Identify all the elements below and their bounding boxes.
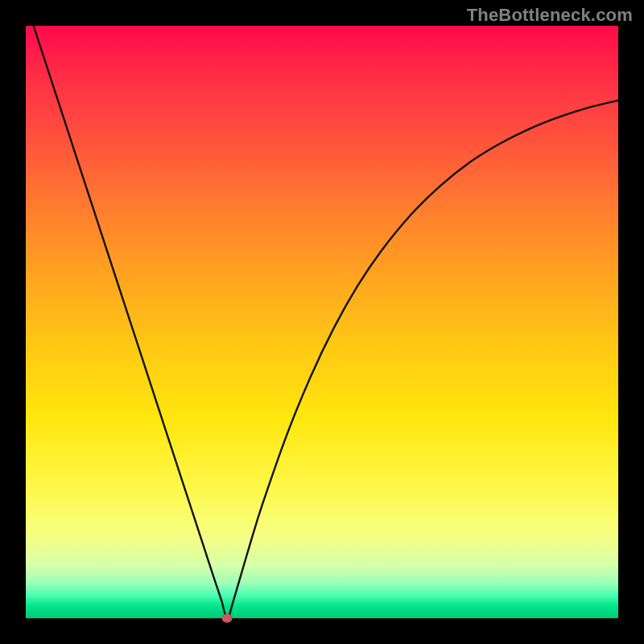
bottleneck-curve — [26, 26, 618, 618]
plot-area — [26, 26, 618, 618]
chart-frame: TheBottleneck.com — [0, 0, 644, 644]
attribution-watermark: TheBottleneck.com — [467, 5, 633, 26]
optimal-point-marker — [222, 614, 233, 623]
